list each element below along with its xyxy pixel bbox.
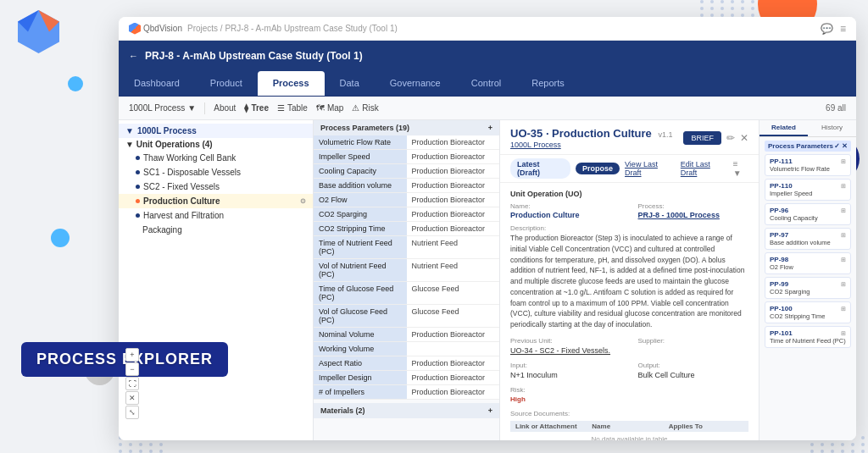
param-row-5: O2 Flow Production Bioreactor <box>314 193 499 207</box>
sidebar-item-id: PP-101 <box>770 329 793 337</box>
toolbar-risk[interactable]: ⚠ Risk <box>352 103 378 113</box>
param-name: Impeller Speed <box>314 150 407 163</box>
uo-section-label: Unit Operation (UO) <box>510 190 748 198</box>
close-button[interactable]: ✕ <box>740 132 748 144</box>
param-row-1: Volumetric Flow Rate Production Bioreact… <box>314 135 499 150</box>
process-selector[interactable]: 1000L Process ▼ <box>129 103 196 113</box>
process-value[interactable]: PRJ-8 - 1000L Process <box>638 211 749 219</box>
zoom-out-button[interactable]: − <box>125 362 139 376</box>
param-name: Time of Nutrient Feed (PC) <box>314 236 407 258</box>
sidebar-item-pp97[interactable]: PP-97 ⊞ Base addition volume <box>765 228 851 250</box>
param-row-15: Impeller Design Production Bioreactor <box>314 371 499 385</box>
sidebar-item-pp111[interactable]: PP-111 ⊞ Volumetric Flow Rate <box>765 154 851 176</box>
tab-data[interactable]: Data <box>325 71 375 96</box>
sidebar-edit-icon[interactable]: ⊞ <box>841 158 846 165</box>
propose-button[interactable]: Propose <box>576 163 620 174</box>
params-panel: Process Parameters (19) + Volumetric Flo… <box>314 120 500 440</box>
tree-item-label: Harvest and Filtration <box>143 211 224 220</box>
sidebar-edit-icon[interactable]: ⊞ <box>841 232 846 239</box>
sidebar-edit-icon[interactable]: ⊞ <box>841 306 846 312</box>
main-content: ▼ 1000L Process ▼ Unit Operations (4) Th… <box>119 120 856 440</box>
chat-icon[interactable]: 💬 <box>821 23 833 35</box>
tree-item-thaw[interactable]: Thaw Working Cell Bank <box>119 151 313 165</box>
tab-dashboard[interactable]: Dashboard <box>119 71 195 96</box>
supplier-group: Supplier: <box>638 337 749 355</box>
tab-process[interactable]: Process <box>258 71 325 96</box>
sidebar-edit-icon[interactable]: ⊞ <box>841 281 846 288</box>
description-label: Description: <box>510 224 748 232</box>
description-text: The production Bioreactor (Step 3) is in… <box>510 233 748 330</box>
edit-last-draft-link[interactable]: Edit Last Draft <box>681 160 728 177</box>
table-label: Table <box>287 103 308 113</box>
toolbar-table[interactable]: ☰ Table <box>277 103 308 113</box>
input-output-row: Input: N+1 Inoculum Output: Bulk Cell Cu… <box>510 362 748 379</box>
tree-item-harvest[interactable]: Harvest and Filtration <box>119 208 313 223</box>
materials-header-label: Materials (2) <box>320 406 365 415</box>
sidebar-item-pp100[interactable]: PP-100 ⊞ CO2 Stripping Time <box>765 301 851 323</box>
param-row-10: Time of Glucose Feed (PC) Glucose Feed <box>314 282 499 305</box>
sidebar-item-name: Cooling Capacity <box>770 214 846 222</box>
map-label: Map <box>327 103 343 113</box>
toolbar-tree[interactable]: ⧫ Tree <box>244 103 269 113</box>
sidebar-item-pp98[interactable]: PP-98 ⊞ O2 Flow <box>765 252 851 274</box>
tree-group-label: Unit Operations (4) <box>136 140 213 149</box>
sidebar-tab-history[interactable]: History <box>808 120 856 136</box>
sidebar-item-pp110[interactable]: PP-110 ⊞ Impeller Speed <box>765 179 851 201</box>
bg-circle-blue-small <box>68 76 83 91</box>
edit-button[interactable]: ✏ <box>726 132 735 144</box>
sidebar-edit-icon[interactable]: ⊞ <box>841 257 846 263</box>
params-add-icon[interactable]: + <box>488 124 492 132</box>
param-value: Production Bioreactor <box>407 371 500 384</box>
tree-item-packaging[interactable]: Packaging <box>119 223 313 237</box>
tree-root: ▼ 1000L Process <box>119 124 313 138</box>
view-last-draft-link[interactable]: View Last Draft <box>625 160 676 177</box>
tab-control[interactable]: Control <box>456 71 516 96</box>
materials-header: Materials (2) + <box>314 403 499 418</box>
tree-item-sc1[interactable]: SC1 - Disposable Vessels <box>119 165 313 180</box>
nav-back-arrow[interactable]: ← <box>129 51 138 61</box>
sidebar-item-pp96[interactable]: PP-96 ⊞ Cooling Capacity <box>765 203 851 225</box>
menu-icon[interactable]: ≡ <box>840 23 846 35</box>
params-header-label: Process Parameters (19) <box>320 124 409 132</box>
sidebar-edit-icon[interactable]: ⊞ <box>841 207 846 214</box>
prev-unit-value[interactable]: UO-34 - SC2 - Fixed Vessels. <box>510 346 621 355</box>
param-value: Nutrient Feed <box>407 259 500 281</box>
sidebar-item-pp101[interactable]: PP-101 ⊞ Time of Nutrient Feed (PC) <box>765 326 851 348</box>
source-empty-message: No data available in table <box>510 432 748 440</box>
param-value: Production Bioreactor <box>407 385 500 399</box>
sidebar-item-id: PP-96 <box>770 207 788 214</box>
param-row-12: Nominal Volume Production Bioreactor <box>314 328 499 342</box>
detail-process-link[interactable]: 1000L Process <box>510 141 672 149</box>
zoom-expand-button[interactable]: ⤡ <box>125 406 139 419</box>
tree-item-production[interactable]: Production Culture ⊙ <box>119 194 313 208</box>
tab-product[interactable]: Product <box>195 71 258 96</box>
tab-reports[interactable]: Reports <box>516 71 580 96</box>
brief-button[interactable]: BRIEF <box>683 131 721 145</box>
param-value: Production Bioreactor <box>407 179 500 192</box>
detail-process-text: 1000L Process <box>510 141 561 149</box>
tab-governance[interactable]: Governance <box>375 71 456 96</box>
sidebar-tab-related[interactable]: Related <box>760 120 808 136</box>
zoom-in-button[interactable]: + <box>125 348 139 362</box>
param-value: Glucose Feed <box>407 282 500 304</box>
sidebar-edit-icon[interactable]: ⊞ <box>841 183 846 190</box>
detail-actions: BRIEF ✏ ✕ <box>683 131 748 145</box>
sidebar-edit-icon[interactable]: ⊞ <box>841 330 846 337</box>
sidebar-item-pp99[interactable]: PP-99 ⊞ CO2 Sparging <box>765 277 851 299</box>
toolbar-about[interactable]: About <box>214 103 236 113</box>
detail-title-text: UO-35 · Production Culture <box>510 127 652 140</box>
breadcrumb: Projects / PRJ-8 - A-mAb Upstream Case S… <box>187 24 398 33</box>
input-label: Input: <box>510 362 621 369</box>
zoom-reset-button[interactable]: ✕ <box>125 391 139 405</box>
zoom-fit-button[interactable]: ⛶ <box>125 377 139 390</box>
risk-group: Risk: High <box>510 386 748 403</box>
tree-section: ▼ 1000L Process ▼ Unit Operations (4) Th… <box>119 120 313 240</box>
tree-root-label: 1000L Process <box>137 126 197 135</box>
action-more-icon[interactable]: ≡ ▼ <box>733 159 748 178</box>
qbd-logo-text: QbdVision <box>143 24 182 33</box>
toolbar-map[interactable]: 🗺 Map <box>316 103 343 113</box>
process-field-group: Process: PRJ-8 - 1000L Process <box>638 202 749 219</box>
param-value: Production Bioreactor <box>407 150 500 163</box>
materials-add-icon[interactable]: + <box>488 406 492 415</box>
tree-item-sc2[interactable]: SC2 - Fixed Vessels <box>119 180 313 194</box>
